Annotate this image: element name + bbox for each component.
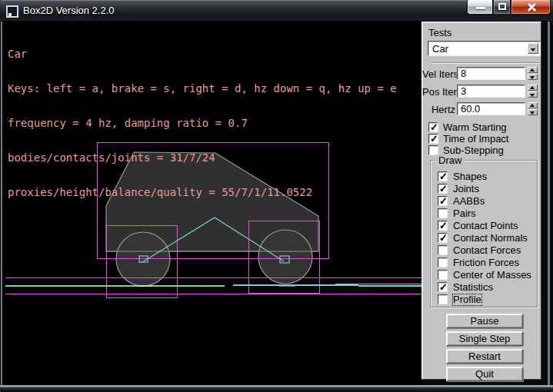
- stats-bodies-text: bodies/contacts/joints = 31/7/24: [8, 152, 397, 164]
- dropdown-arrow-button[interactable]: [528, 43, 538, 54]
- minimize-button[interactable]: [467, 0, 493, 15]
- checkbox-box: [438, 245, 448, 255]
- checkbox-box: [438, 171, 448, 181]
- chevron-down-icon: [531, 48, 535, 54]
- checkbox-label: Friction Forces: [453, 257, 519, 268]
- tests-label: Tests: [428, 27, 451, 38]
- window-border-left: [1, 22, 2, 385]
- draw-group-title: Draw: [435, 154, 465, 166]
- checkbox-box: [438, 208, 448, 218]
- checkbox-label: Shapes: [453, 171, 487, 182]
- checkbox-box: [438, 196, 448, 206]
- hertz-label: Hertz: [422, 104, 455, 115]
- spinner-up-icon[interactable]: [528, 67, 538, 73]
- test-title-text: Car: [8, 48, 397, 60]
- vel-iters-label: Vel Iters: [422, 68, 455, 80]
- checkbox-box: [438, 221, 448, 231]
- checkbox-box: [438, 294, 448, 304]
- checkbox-box: [438, 270, 448, 280]
- contact-point-rear: [137, 285, 152, 287]
- pause-button[interactable]: Pause: [446, 314, 523, 328]
- pos-iters-label: Pos Iters: [422, 86, 455, 98]
- vel-iters-spinner: [528, 67, 538, 80]
- restart-button[interactable]: Restart: [446, 349, 523, 364]
- spinner-up-icon[interactable]: [528, 102, 538, 108]
- vel-iters-input[interactable]: [457, 67, 525, 80]
- titlebar[interactable]: Box2D Version 2.2.0: [0, 0, 553, 22]
- checkbox-box: [438, 184, 448, 194]
- checkbox-label: Center of Masses: [453, 270, 531, 281]
- tests-dropdown-value: Car: [432, 43, 448, 55]
- quit-button[interactable]: Quit: [446, 367, 523, 381]
- spinner-down-icon[interactable]: [528, 74, 538, 80]
- checkbox-box: [438, 282, 448, 292]
- car-wheel-front: [258, 230, 312, 284]
- control-panel: Tests Car Vel Iters Pos Iters Hertz: [421, 22, 541, 380]
- checkbox-label: Profile: [453, 294, 481, 305]
- checkbox-label: Contact Forces: [453, 245, 521, 256]
- checkbox-box: [428, 122, 438, 132]
- window-border-bottom: [0, 385, 553, 392]
- hertz-input[interactable]: [457, 102, 525, 115]
- checkbox-label: Contact Points: [453, 221, 518, 231]
- keys-help-text: Keys: left = a, brake = s, right = d, hz…: [8, 83, 397, 95]
- tests-dropdown[interactable]: Car: [428, 41, 541, 56]
- single-step-button[interactable]: Single Step: [446, 331, 523, 346]
- checkbox-label: Statistics: [453, 282, 493, 293]
- simulation-canvas[interactable]: Car Keys: left = a, brake = s, right = d…: [3, 22, 421, 385]
- minimize-icon: [476, 7, 485, 9]
- stats-proxies-text: proxies/height/balance/quality = 55/7/1/…: [8, 187, 397, 198]
- checkbox-box: [428, 134, 438, 144]
- app-icon: [6, 5, 18, 18]
- close-button[interactable]: [511, 0, 551, 15]
- spinner-down-icon[interactable]: [528, 109, 538, 115]
- checkbox-label: Pairs: [453, 208, 476, 219]
- checkbox-box: [438, 233, 448, 243]
- window-controls: [467, 0, 551, 15]
- frequency-text: frequency = 4 hz, damping ratio = 0.7: [8, 118, 397, 129]
- debug-text-overlay: Car Keys: left = a, brake = s, right = d…: [8, 25, 397, 221]
- window-title: Box2D Version 2.2.0: [23, 0, 115, 22]
- pos-iters-spinner: [528, 85, 538, 98]
- hertz-spinner: [528, 102, 538, 115]
- separator: [431, 62, 539, 64]
- spinner-down-icon[interactable]: [528, 91, 538, 98]
- checkbox-box: [438, 257, 448, 267]
- spinner-up-icon[interactable]: [528, 85, 538, 91]
- window-border-right: [548, 22, 550, 385]
- checkbox-label: AABBs: [453, 196, 485, 207]
- checkbox-label: Warm Starting: [443, 122, 507, 133]
- app-window: Box2D Version 2.2.0: [0, 0, 553, 392]
- checkbox-label: Time of Impact: [443, 134, 508, 145]
- checkbox-label: Joints: [453, 184, 479, 194]
- maximize-button[interactable]: [493, 0, 511, 15]
- pos-iters-input[interactable]: [457, 85, 525, 98]
- checkbox-label: Contact Normals: [453, 233, 528, 244]
- maximize-icon: [498, 3, 506, 10]
